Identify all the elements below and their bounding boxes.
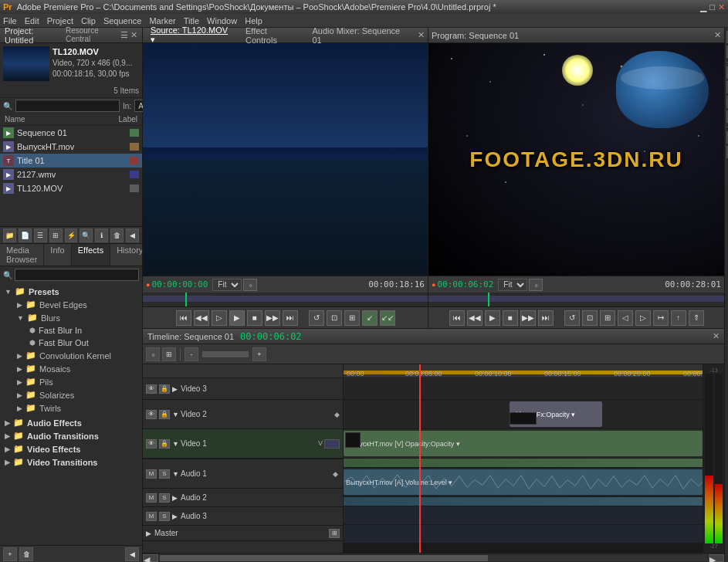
tab-media-browser[interactable]: Media Browser (0, 244, 44, 266)
effects-search-input[interactable] (15, 269, 139, 281)
menu-window[interactable]: Window (207, 16, 237, 25)
track-v2-collapse[interactable]: ▼ (172, 411, 178, 418)
track-row-audio2[interactable] (344, 506, 703, 525)
prog-lift[interactable]: ↑ (671, 310, 686, 326)
track-v1-lock[interactable]: 🔒 (159, 439, 170, 449)
tab-history[interactable]: History (110, 244, 142, 266)
prog-trim-in[interactable]: ◁ (618, 310, 633, 326)
menu-file[interactable]: File (3, 16, 17, 25)
program-marker-btn[interactable]: ⬦ (529, 279, 543, 291)
delete-btn[interactable]: 🗑 (110, 229, 124, 242)
menu-title[interactable]: Title (184, 16, 199, 25)
project-search-input[interactable] (15, 100, 120, 112)
tree-fast-blur-out[interactable]: ⬢ Fast Blur Out (2, 337, 141, 349)
track-a3-mute[interactable]: M (146, 512, 157, 521)
file-item-title01[interactable]: T Title 01 (0, 154, 142, 168)
tree-audio-effects[interactable]: ▶ 📁 Audio Effects (2, 416, 141, 429)
prog-output[interactable]: ⊞ (600, 310, 615, 326)
output-btn[interactable]: ⊞ (344, 310, 360, 326)
tree-blurs[interactable]: ▼ 📁 Blurs (2, 311, 141, 324)
track-row-audio1[interactable]: ВыпускHT.mov [A] Volume:Level ▾ (344, 468, 703, 497)
prev-btn[interactable]: ◀ (126, 229, 139, 242)
tl-snap[interactable]: ⊞ (162, 347, 176, 361)
safe-margins-btn[interactable]: ⊡ (327, 310, 342, 326)
source-marker-btn[interactable]: ⬦ (243, 279, 257, 291)
timeline-close[interactable]: ✕ (713, 331, 720, 341)
tl-zoom-in[interactable]: + (252, 347, 266, 361)
track-a2-solo[interactable]: S (159, 493, 170, 503)
program-scrubber[interactable] (428, 293, 724, 306)
file-item-tl120[interactable]: ▶ TL120.MOV (0, 181, 142, 195)
overwrite-btn[interactable]: ↙↙ (380, 310, 395, 326)
prog-go-to-in[interactable]: ⏮ (449, 310, 465, 326)
new-bin-btn[interactable]: 📁 (3, 229, 16, 242)
program-timecode-start[interactable]: 00:00:06:02 (437, 279, 493, 289)
file-item-sequence01[interactable]: ▶ Sequence 01 (0, 126, 142, 140)
tree-bevel-edges[interactable]: ▶ 📁 Bevel Edges (2, 298, 141, 311)
track-row-audio3[interactable] (344, 525, 703, 543)
track-a1-collapse[interactable]: ▼ (172, 470, 178, 478)
source-panel-close[interactable]: ✕ (418, 30, 425, 40)
minimize-btn[interactable]: ▁ (700, 2, 706, 12)
resource-central-tab[interactable]: Resource Central (66, 26, 120, 45)
source-tab-effects[interactable]: Effect Controls (241, 25, 305, 46)
track-a1-vol[interactable]: ◆ (333, 470, 338, 478)
prog-step-fwd[interactable]: ▶▶ (520, 310, 536, 326)
file-item-vypusk[interactable]: ▶ ВыпускHT.mov (0, 140, 142, 154)
menu-clip[interactable]: Clip (81, 16, 96, 25)
source-timeline[interactable] (143, 293, 428, 306)
insert-btn[interactable]: ↙ (362, 310, 378, 326)
timeline-timecode[interactable]: 00:00:06:02 (240, 331, 301, 342)
close-btn[interactable]: ✕ (718, 2, 725, 12)
menu-edit[interactable]: Edit (25, 16, 39, 25)
scroll-thumb[interactable] (160, 555, 488, 561)
info-btn[interactable]: ℹ (95, 229, 108, 242)
program-close[interactable]: ✕ (714, 30, 721, 40)
track-master-btn[interactable]: ⊞ (329, 529, 340, 538)
play-in-to-out-btn[interactable]: ▷ (212, 310, 227, 326)
track-a3-collapse[interactable]: ▶ (172, 513, 178, 520)
tree-mosaics[interactable]: ▶ 📁 Mosaics (2, 362, 141, 375)
menu-sequence[interactable]: Sequence (103, 16, 142, 25)
tree-video-transitions[interactable]: ▶ 📁 Video Transitions (2, 455, 141, 469)
find-btn[interactable]: 🔍 (80, 229, 93, 242)
timeline-scrollbar[interactable]: ◀ ▶ (143, 553, 724, 562)
tab-info[interactable]: Info (44, 244, 71, 266)
track-row-video3[interactable] (344, 378, 703, 400)
clip-vypusk-video[interactable]: ВыпускHT.mov [V] Opacity:Opacity ▾ (344, 431, 703, 456)
track-row-video2[interactable]: Title 01 Fx:Opacity ▾ (344, 400, 703, 429)
prog-loop[interactable]: ↺ (564, 310, 580, 326)
scroll-left-btn[interactable]: ◀ (143, 554, 158, 562)
track-v1-opacity-bar[interactable] (324, 439, 340, 449)
panel-menu-btn[interactable]: ☰ (120, 30, 128, 40)
tree-video-effects[interactable]: ▶ 📁 Video Effects (2, 442, 141, 455)
track-v3-collapse[interactable]: ▶ (172, 385, 178, 393)
track-v2-lock[interactable]: 🔒 (159, 410, 170, 419)
source-fit-select[interactable]: Fit (212, 279, 242, 291)
track-master-collapse[interactable]: ▶ (146, 530, 152, 537)
track-v2-eye[interactable]: 👁 (146, 410, 157, 419)
tree-pils[interactable]: ▶ 📁 Pils (2, 375, 141, 388)
prog-next-edit[interactable]: ↦ (653, 310, 669, 326)
tl-add-marker[interactable]: ⬦ (146, 347, 160, 361)
tl-zoom-out[interactable]: - (185, 347, 198, 361)
scroll-track[interactable] (160, 555, 707, 561)
track-row-video1[interactable]: ВыпускHT.mov [V] Opacity:Opacity ▾ (344, 429, 703, 459)
tree-audio-transitions[interactable]: ▶ 📁 Audio Transitions (2, 429, 141, 442)
prog-play[interactable]: ▶ (485, 310, 500, 326)
file-item-2127[interactable]: ▶ 2127.wmv (0, 168, 142, 181)
prog-safe[interactable]: ⊡ (582, 310, 598, 326)
step-back-btn[interactable]: ◀◀ (194, 310, 209, 326)
new-item-btn[interactable]: 📄 (19, 229, 32, 242)
prog-extract[interactable]: ⇑ (689, 310, 704, 326)
track-a2-mute[interactable]: M (146, 493, 157, 503)
tree-fast-blur-in[interactable]: ⬢ Fast Blur In (2, 324, 141, 337)
track-v3-eye[interactable]: 👁 (146, 384, 157, 394)
effects-new-btn[interactable]: + (3, 547, 17, 561)
tree-solarizes[interactable]: ▶ 📁 Solarizes (2, 388, 141, 401)
list-view-btn[interactable]: ☰ (34, 229, 47, 242)
track-a1-solo[interactable]: S (159, 469, 170, 479)
track-v2-opacity[interactable]: ◆ (334, 411, 340, 418)
track-a3-solo[interactable]: S (159, 512, 170, 521)
go-to-out-btn[interactable]: ⏭ (283, 310, 298, 326)
